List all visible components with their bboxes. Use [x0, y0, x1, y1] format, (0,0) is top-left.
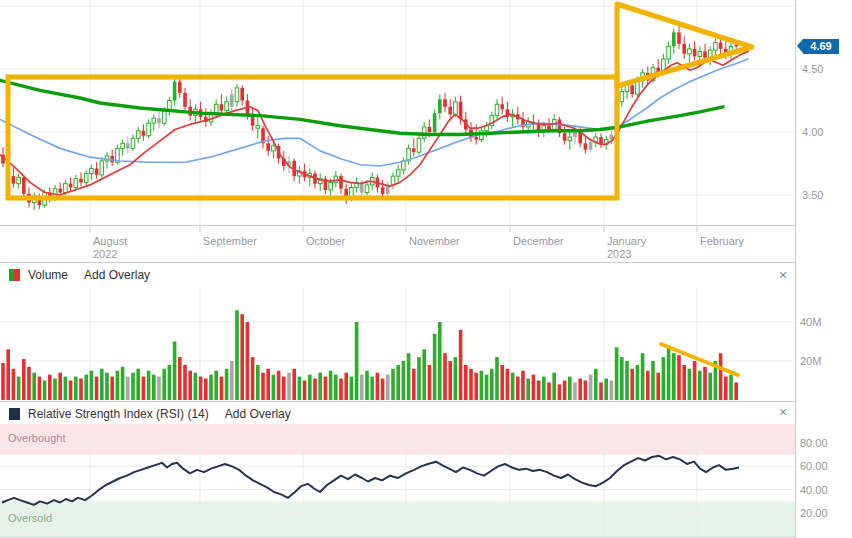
annotation-layer: [8, 4, 752, 375]
rsi-legend-icon: [9, 408, 20, 420]
svg-text:September: September: [203, 235, 257, 247]
svg-text:40M: 40M: [800, 316, 821, 328]
volume-close-icon[interactable]: ×: [779, 268, 787, 282]
svg-text:20.00: 20.00: [800, 507, 828, 519]
volume-panel-label[interactable]: Volume: [28, 268, 68, 282]
moving-averages-layer: [0, 51, 748, 195]
candlestick-layer: [1, 25, 738, 210]
volume-add-overlay-button[interactable]: Add Overlay: [84, 268, 150, 282]
svg-text:December: December: [513, 235, 564, 247]
svg-text:20M: 20M: [800, 355, 821, 367]
svg-text:February: February: [700, 235, 745, 247]
rsi-add-overlay-button[interactable]: Add Overlay: [225, 407, 291, 421]
svg-text:2022: 2022: [93, 248, 117, 260]
svg-text:60.00: 60.00: [800, 460, 828, 472]
svg-text:4.00: 4.00: [802, 126, 823, 138]
svg-text:October: October: [306, 235, 345, 247]
volume-panel-header: Volume Add Overlay: [0, 264, 795, 285]
svg-text:4.50: 4.50: [802, 63, 823, 75]
svg-text:40.00: 40.00: [800, 484, 828, 496]
stock-chart-app: 4.504.003.5040M20M80.0060.0040.0020.00Au…: [0, 0, 852, 538]
rsi-close-icon[interactable]: ×: [779, 405, 787, 419]
svg-text:3.50: 3.50: [802, 189, 823, 201]
rsi-line-layer: [2, 456, 739, 505]
volume-bars-layer: [1, 310, 738, 400]
rsi-zones: [0, 424, 795, 537]
svg-text:January: January: [607, 235, 647, 247]
svg-text:August: August: [93, 235, 127, 247]
svg-text:2023: 2023: [607, 248, 631, 260]
last-price-badge: 4.69: [803, 39, 839, 54]
rsi-panel-header: Relative Strength Index (RSI) (14) Add O…: [0, 403, 795, 424]
svg-text:November: November: [409, 235, 460, 247]
rsi-panel-title[interactable]: Relative Strength Index (RSI) (14): [28, 407, 209, 421]
svg-text:80.00: 80.00: [800, 437, 828, 449]
volume-legend-icon: [9, 269, 20, 281]
